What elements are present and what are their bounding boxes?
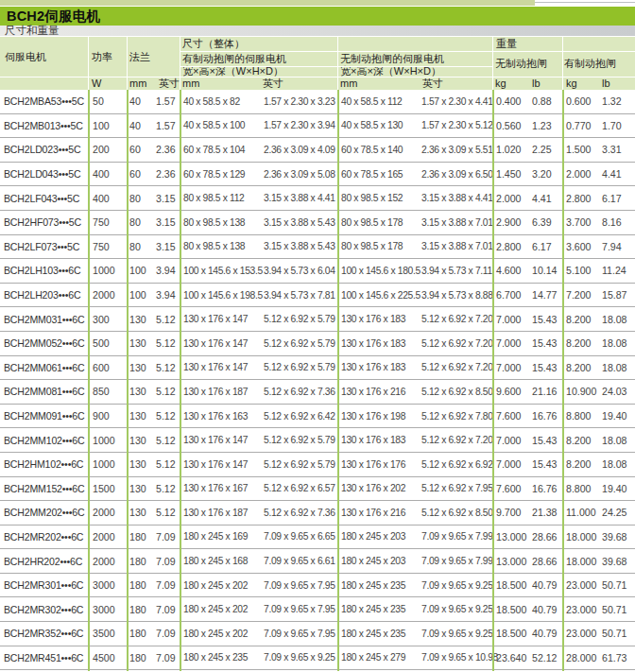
cell-weight-no-brake-lb: 28.66 <box>527 556 562 567</box>
table-row: BCH2LF043•••5C400803.1580 x 98.5 x 1123.… <box>0 186 635 211</box>
cell-with-brake-inch: 5.12 x 6.92 x 5.79 <box>262 362 337 372</box>
cell-weight-brake-lb: 8.16 <box>597 216 635 228</box>
cell-with-brake-mm: 60 x 78.5 x 129 <box>180 169 262 180</box>
cell-power-w: 3000 <box>88 579 127 591</box>
column-divider <box>337 90 339 671</box>
cell-weight-no-brake-kg: 4.600 <box>492 265 527 276</box>
cell-with-brake-mm: 130 x 176 x 187 <box>180 387 262 397</box>
table-row: BCH2HF073•••5C750803.1580 x 98.5 x 1383.… <box>0 211 635 235</box>
cell-weight-brake-kg: 5.100 <box>562 265 597 276</box>
cell-with-brake-inch: 5.12 x 6.92 x 5.79 <box>262 338 337 349</box>
cell-without-brake-inch: 5.12 x 6.92 x 7.20 <box>420 435 492 445</box>
cell-power-w: 300 <box>88 314 127 325</box>
cell-weight-brake-kg: 8.200 <box>562 458 597 470</box>
cell-power-w: 500 <box>88 337 127 349</box>
cell-with-brake-inch: 5.12 x 6.92 x 6.42 <box>262 411 337 422</box>
header-servo-motor: 伺服电机 <box>0 37 88 77</box>
cell-model: BCH2LD043•••5C <box>0 168 88 180</box>
cell-flange-mm: 130 <box>127 314 154 325</box>
cell-weight-brake-kg: 18.000 <box>562 531 597 543</box>
page-title: BCH2伺服电机 <box>0 7 635 26</box>
cell-weight-no-brake-kg: 1.020 <box>492 144 527 155</box>
cell-flange-mm: 80 <box>127 193 154 204</box>
cell-with-brake-inch: 7.09 x 9.65 x 6.61 <box>262 556 337 566</box>
cell-weight-brake-kg: 23.000 <box>562 604 597 615</box>
cell-weight-no-brake-kg: 18.500 <box>492 628 527 639</box>
cell-power-w: 1000 <box>88 435 127 446</box>
top-strip <box>0 0 635 7</box>
cell-model: BCH2LD023•••5C <box>0 144 88 155</box>
header-divider <box>180 66 492 67</box>
table-row: BCH2HR202•••6C20001807.09180 x 245 x 168… <box>0 549 635 574</box>
header-weight-without-brake: 无制动抱闸 <box>492 51 562 77</box>
cell-with-brake-inch: 5.12 x 6.92 x 5.79 <box>262 459 337 470</box>
cell-weight-no-brake-kg: 0.400 <box>492 95 527 107</box>
unit-lb: lb <box>597 77 635 90</box>
cell-power-w: 1500 <box>88 483 127 494</box>
table-row: BCH2LF073•••5C750803.1580 x 98.5 x 1383.… <box>0 235 635 260</box>
unit-mm: mm <box>337 77 420 90</box>
cell-without-brake-mm: 180 x 245 x 235 <box>337 629 420 639</box>
cell-with-brake-mm: 130 x 176 x 187 <box>180 508 262 518</box>
cell-weight-brake-kg: 8.200 <box>562 362 597 373</box>
cell-without-brake-mm: 80 x 98.5 x 178 <box>337 241 420 251</box>
cell-with-brake-mm: 130 x 176 x 147 <box>180 338 262 349</box>
cell-without-brake-mm: 60 x 78.5 x 165 <box>337 169 420 180</box>
header-divider <box>180 37 180 90</box>
cell-weight-brake-lb: 61.73 <box>597 652 635 663</box>
cell-without-brake-inch: 2.36 x 3.09 x 6.50 <box>420 169 492 180</box>
cell-without-brake-mm: 130 x 176 x 202 <box>337 483 420 493</box>
column-divider <box>492 90 494 671</box>
table-row: BCH2MM052•••6C5001305.12130 x 176 x 1475… <box>0 332 635 356</box>
header-divider <box>337 37 338 90</box>
cell-flange-mm: 130 <box>127 483 154 494</box>
header-divider <box>180 51 635 52</box>
cell-weight-no-brake-lb: 14.77 <box>527 289 562 301</box>
cell-without-brake-inch: 5.12 x 6.92 x 7.80 <box>420 411 492 422</box>
cell-without-brake-inch: 3.15 x 3.88 x 7.01 <box>420 217 492 228</box>
cell-power-w: 400 <box>88 168 127 180</box>
unit-w: W <box>88 77 127 90</box>
cell-weight-brake-kg: 7.200 <box>562 289 597 301</box>
unit-inch: 英寸 <box>420 77 492 90</box>
cell-without-brake-inch: 2.36 x 3.09 x 5.51 <box>420 145 492 155</box>
cell-flange-inch: 7.09 <box>154 604 180 615</box>
table-row: BCH2MR301•••6C30001807.09180 x 245 x 202… <box>0 574 635 598</box>
cell-flange-mm: 60 <box>127 168 154 180</box>
cell-without-brake-mm: 130 x 176 x 183 <box>337 314 420 324</box>
header-divider <box>88 37 89 90</box>
cell-without-brake-inch: 5.12 x 6.92 x 7.20 <box>420 362 492 372</box>
table-row: BCH2MB013•••5C100401.5740 x 58.5 x 1001.… <box>0 114 635 139</box>
cell-model: BCH2MB013•••5C <box>0 120 88 131</box>
cell-flange-mm: 130 <box>127 507 154 518</box>
header-whd-with-brake: 宽×高×深（W×H×D） <box>180 66 337 77</box>
cell-weight-no-brake-kg: 7.600 <box>492 410 527 422</box>
cell-weight-no-brake-kg: 2.000 <box>492 193 527 204</box>
cell-without-brake-mm: 130 x 176 x 176 <box>337 459 420 470</box>
cell-weight-brake-kg: 0.600 <box>562 95 597 107</box>
cell-with-brake-mm: 60 x 78.5 x 104 <box>180 145 262 155</box>
cell-without-brake-mm: 130 x 176 x 216 <box>337 508 420 518</box>
cell-with-brake-mm: 180 x 245 x 202 <box>180 604 262 614</box>
cell-with-brake-mm: 130 x 176 x 167 <box>180 483 262 493</box>
cell-power-w: 2000 <box>88 507 127 518</box>
cell-with-brake-inch: 3.15 x 3.88 x 5.43 <box>262 241 337 251</box>
cell-weight-brake-lb: 18.08 <box>597 435 635 446</box>
cell-without-brake-inch: 1.57 x 2.30 x 4.41 <box>420 96 492 107</box>
cell-weight-brake-kg: 8.200 <box>562 337 597 349</box>
cell-weight-brake-kg: 2.800 <box>562 193 597 204</box>
cell-without-brake-inch: 7.09 x 9.65 x 7.99 <box>420 556 492 566</box>
cell-flange-mm: 130 <box>127 458 154 470</box>
cell-weight-no-brake-lb: 16.76 <box>527 483 562 494</box>
cell-weight-no-brake-kg: 6.700 <box>492 289 527 301</box>
cell-weight-no-brake-lb: 6.39 <box>527 216 562 228</box>
cell-weight-brake-lb: 6.17 <box>597 193 635 204</box>
cell-model: BCH2MR302•••6C <box>0 604 88 615</box>
cell-power-w: 50 <box>88 95 127 107</box>
cell-weight-no-brake-kg: 9.600 <box>492 386 527 397</box>
cell-flange-inch: 5.12 <box>154 458 180 470</box>
cell-model: BCH2LF073•••5C <box>0 241 88 252</box>
cell-weight-brake-kg: 11.000 <box>562 507 597 518</box>
cell-weight-no-brake-kg: 7.000 <box>492 337 527 349</box>
cell-with-brake-mm: 40 x 58.5 x 100 <box>180 120 262 130</box>
